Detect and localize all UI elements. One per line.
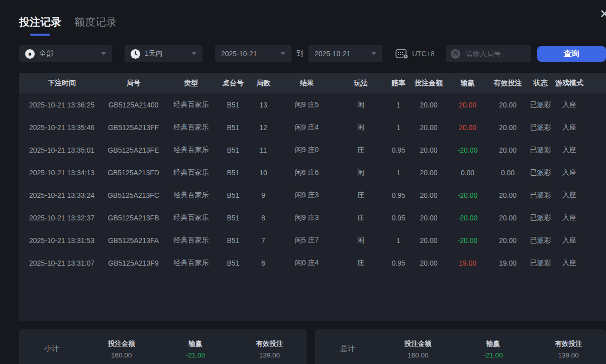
cell-round-id: GB5125A213FF: [105, 124, 162, 132]
cell-type: 经典百家乐: [162, 236, 220, 245]
game-type-select[interactable]: ♠ 全部: [19, 45, 112, 62]
time-range-select[interactable]: 1天内: [125, 45, 203, 62]
cell-win-loss: 19.00: [449, 259, 486, 267]
cell-game-mode: 入座: [552, 123, 587, 132]
col-header-game-mode: 游戏模式: [552, 79, 587, 88]
timezone-calendar-icon: [395, 48, 409, 59]
cell-result: 闲5 庄7: [280, 236, 333, 245]
total-valid-bet: 有效投注 139.00: [531, 339, 606, 359]
close-icon[interactable]: ✕: [599, 8, 606, 20]
cell-win-loss: 20.00: [449, 124, 486, 132]
clock-icon: [131, 49, 140, 59]
cell-round-count: 7: [246, 236, 280, 245]
subtotal-bet-amount: 投注金额 160.00: [84, 339, 158, 359]
total-panel: 总计 投注金额 160.00 输赢 -21.00 有效投注 139.00: [315, 329, 606, 364]
cell-time: 2025-10-21 13:34:13: [19, 169, 105, 177]
total-win-loss: 输赢 -21.00: [456, 339, 531, 359]
cell-game-mode: 入座: [552, 213, 587, 222]
cell-status: 已派彩: [529, 236, 552, 245]
cell-bet-amount: 20.00: [409, 124, 449, 132]
search-button[interactable]: 查询: [537, 46, 606, 62]
subtotal-panel: 小计 投注金额 160.00 输赢 -21.00 有效投注 139.00: [19, 329, 307, 364]
cell-time: 2025-10-21 13:31:53: [19, 236, 105, 245]
spade-icon: ♠: [25, 49, 35, 59]
cell-table-no: B51: [220, 214, 246, 222]
cell-time: 2025-10-21 13:31:07: [19, 259, 105, 267]
cell-bet-amount: 20.00: [409, 169, 449, 177]
table-row: 2025-10-21 13:32:37GB5125A213FB经典百家乐B518…: [19, 206, 606, 229]
table-header-row: 下注时间 局号 类型 桌台号 局数 结果 玩法 赔率 投注金额 输赢 有效投注 …: [19, 73, 606, 93]
col-header-result: 结果: [280, 79, 333, 88]
cell-win-loss: -20.00: [449, 191, 486, 199]
cell-round-count: 6: [246, 259, 280, 267]
cell-game-mode: 入座: [552, 100, 587, 109]
cell-win-loss: -20.00: [449, 236, 486, 245]
col-header-bet-amount: 投注金额: [409, 79, 449, 88]
cell-bet-amount: 20.00: [409, 259, 449, 267]
col-header-table-no: 桌台号: [220, 79, 246, 88]
tab-bet-records[interactable]: 投注记录: [19, 15, 61, 36]
cell-play: 庄: [333, 191, 388, 200]
table-row: 2025-10-21 13:36:25GB5125A21400经典百家乐B511…: [19, 93, 606, 116]
cell-odds: 0.95: [388, 191, 409, 199]
date-from-picker[interactable]: 2025-10-21: [215, 45, 291, 62]
cell-bet-amount: 20.00: [409, 101, 449, 109]
tab-quota-records[interactable]: 额度记录: [74, 15, 117, 36]
cell-status: 已派彩: [529, 168, 552, 177]
round-number-field[interactable]: 局: [446, 45, 531, 62]
col-header-round-id: 局号: [105, 79, 162, 88]
timezone-label: UTC+8: [412, 50, 435, 58]
cell-status: 已派彩: [529, 123, 552, 132]
cell-play: 闲: [333, 123, 388, 132]
date-range-to-label: 到: [296, 49, 304, 58]
cell-game-mode: 入座: [552, 236, 587, 245]
cell-odds: 0.95: [388, 214, 409, 222]
cell-table-no: B51: [220, 259, 246, 267]
date-to-picker[interactable]: 2025-10-21: [309, 45, 382, 62]
cell-table-no: B51: [220, 146, 246, 154]
cell-result: 闲9 庄3: [280, 213, 333, 222]
cell-play: 闲: [333, 100, 388, 109]
cell-bet-amount: 20.00: [409, 191, 449, 199]
cell-round-count: 8: [246, 214, 280, 222]
cell-result: 闲0 庄4: [280, 259, 333, 268]
col-header-status: 状态: [529, 79, 552, 88]
total-label: 总计: [315, 344, 380, 353]
cell-play: 庄: [333, 146, 388, 155]
date-from-value: 2025-10-21: [221, 50, 257, 58]
col-header-time: 下注时间: [19, 79, 105, 88]
cell-time: 2025-10-21 13:36:25: [19, 101, 105, 109]
subtotal-label: 小计: [19, 344, 84, 353]
cell-valid-bet: 0.00: [486, 169, 529, 177]
game-type-value: 全部: [39, 49, 53, 58]
cell-table-no: B51: [220, 191, 246, 199]
cell-round-count: 12: [246, 124, 280, 132]
table-row: 2025-10-21 13:35:46GB5125A213FF经典百家乐B511…: [19, 116, 606, 139]
col-header-odds: 赔率: [388, 79, 409, 88]
cell-time: 2025-10-21 13:33:24: [19, 191, 105, 199]
table-row: 2025-10-21 13:31:53GB5125A213FA经典百家乐B517…: [19, 229, 606, 252]
time-range-value: 1天内: [145, 49, 163, 58]
table-row: 2025-10-21 13:34:13GB5125A213FD经典百家乐B511…: [19, 161, 606, 184]
cell-bet-amount: 20.00: [409, 236, 449, 245]
bet-records-table: 下注时间 局号 类型 桌台号 局数 结果 玩法 赔率 投注金额 输赢 有效投注 …: [19, 73, 606, 321]
cell-win-loss: 0.00: [449, 169, 486, 177]
cell-bet-amount: 20.00: [409, 146, 449, 154]
cell-table-no: B51: [220, 169, 246, 177]
cell-win-loss: -20.00: [449, 146, 486, 154]
cell-valid-bet: 20.00: [486, 214, 529, 222]
cell-play: 闲: [333, 236, 388, 245]
cell-type: 经典百家乐: [162, 123, 220, 132]
cell-round-id: GB5125A213FB: [105, 214, 162, 222]
subtotal-win-loss: 输赢 -21.00: [158, 339, 232, 359]
cell-type: 经典百家乐: [162, 213, 220, 222]
cell-odds: 1: [388, 169, 409, 177]
round-number-input[interactable]: [465, 49, 527, 58]
cell-result: 闲6 庄6: [280, 168, 333, 177]
col-header-valid-bet: 有效投注: [486, 79, 529, 88]
col-header-type: 类型: [162, 79, 220, 88]
summary-bar: 小计 投注金额 160.00 输赢 -21.00 有效投注 139.00 总计 …: [19, 329, 606, 364]
cell-round-id: GB5125A213F9: [105, 259, 162, 267]
subtotal-valid-bet: 有效投注 139.00: [233, 339, 307, 359]
cell-type: 经典百家乐: [162, 146, 220, 155]
